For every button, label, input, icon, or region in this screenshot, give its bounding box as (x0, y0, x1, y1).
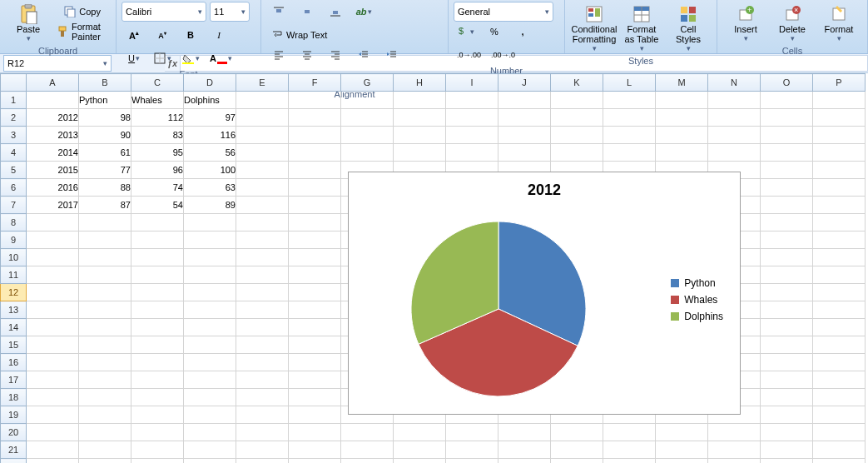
cell[interactable] (813, 179, 866, 197)
cell[interactable] (708, 92, 761, 109)
cell[interactable] (184, 284, 236, 301)
embedded-chart[interactable]: 2012 PythonWhalesDolphins (348, 172, 741, 415)
cell[interactable]: 54 (131, 197, 184, 214)
cell[interactable] (27, 459, 79, 464)
cell[interactable] (394, 92, 446, 109)
orientation-button[interactable]: ab▾ (351, 2, 376, 22)
delete-button[interactable]: ×Delete▾ (769, 2, 816, 45)
cell[interactable] (551, 109, 603, 127)
cell[interactable] (551, 92, 603, 109)
cell[interactable] (603, 92, 656, 109)
cell[interactable] (289, 424, 341, 441)
cell[interactable] (813, 127, 866, 144)
cell[interactable] (236, 301, 289, 319)
row-header[interactable]: 20 (1, 424, 27, 441)
cell[interactable] (79, 301, 131, 319)
cell[interactable] (498, 127, 551, 144)
cell[interactable]: 74 (131, 179, 184, 197)
cell[interactable] (184, 371, 236, 389)
cell[interactable] (184, 354, 236, 371)
copy-button[interactable]: Copy (53, 2, 111, 22)
align-middle-button[interactable] (295, 2, 320, 22)
cell[interactable] (761, 179, 813, 197)
cell[interactable] (236, 336, 289, 354)
cell[interactable] (131, 232, 184, 249)
cell[interactable] (289, 197, 341, 214)
format-painter-button[interactable]: Format Painter (53, 22, 111, 42)
cell[interactable] (656, 109, 708, 127)
underline-button[interactable]: U▾ (122, 48, 146, 68)
dec-font-button[interactable]: A▾ (150, 25, 175, 45)
cell[interactable] (761, 144, 813, 162)
cell[interactable] (79, 266, 131, 284)
cell[interactable] (656, 144, 708, 162)
cell[interactable] (236, 92, 289, 109)
cell[interactable] (289, 214, 341, 232)
cell[interactable] (184, 319, 236, 336)
format-button[interactable]: Format▾ (816, 2, 862, 45)
cell[interactable] (813, 214, 866, 232)
cell[interactable] (813, 389, 866, 406)
cell[interactable] (341, 459, 394, 464)
cell[interactable] (27, 319, 79, 336)
row-header[interactable]: 8 (1, 214, 27, 232)
align-bottom-button[interactable] (323, 2, 348, 22)
cell[interactable] (236, 266, 289, 284)
row-header[interactable]: 5 (1, 162, 27, 179)
cell[interactable] (236, 354, 289, 371)
cell[interactable] (79, 319, 131, 336)
cell[interactable] (708, 109, 761, 127)
row-header[interactable]: 7 (1, 197, 27, 214)
cell[interactable] (446, 92, 498, 109)
row-header[interactable]: 9 (1, 232, 27, 249)
cell[interactable] (27, 284, 79, 301)
cell[interactable] (551, 144, 603, 162)
cell[interactable] (27, 336, 79, 354)
wrap-text-button[interactable]: Wrap Text (266, 25, 331, 45)
col-header[interactable]: K (551, 74, 603, 92)
dec-indent-button[interactable] (351, 45, 376, 65)
cell[interactable] (813, 92, 866, 109)
cell[interactable] (813, 424, 866, 441)
row-header[interactable]: 21 (1, 441, 27, 459)
cell[interactable] (131, 354, 184, 371)
row-header[interactable]: 19 (1, 406, 27, 424)
cell[interactable] (131, 459, 184, 464)
row-header[interactable]: 17 (1, 371, 27, 389)
cell[interactable] (813, 232, 866, 249)
col-header[interactable]: A (27, 74, 79, 92)
cell[interactable] (761, 266, 813, 284)
cell[interactable] (498, 144, 551, 162)
row-header[interactable]: 4 (1, 144, 27, 162)
cell[interactable] (236, 319, 289, 336)
cell[interactable] (761, 319, 813, 336)
font-color-button[interactable]: A▾ (206, 48, 236, 68)
cell[interactable] (236, 371, 289, 389)
cell[interactable] (79, 336, 131, 354)
cell[interactable] (27, 214, 79, 232)
cell[interactable] (131, 336, 184, 354)
cell[interactable] (131, 301, 184, 319)
cell[interactable] (761, 459, 813, 464)
cell[interactable] (236, 389, 289, 406)
cell[interactable] (656, 441, 708, 459)
fill-color-button[interactable]: ▾ (178, 48, 203, 68)
cell[interactable] (498, 109, 551, 127)
cell[interactable] (761, 232, 813, 249)
row-header[interactable]: 10 (1, 249, 27, 266)
cell[interactable] (184, 249, 236, 266)
cell[interactable]: 95 (131, 144, 184, 162)
cell[interactable] (131, 214, 184, 232)
cell[interactable] (603, 144, 656, 162)
row-header[interactable]: 6 (1, 179, 27, 197)
cell[interactable] (236, 459, 289, 464)
cell[interactable] (27, 266, 79, 284)
cell[interactable] (446, 127, 498, 144)
cell[interactable] (813, 441, 866, 459)
col-header[interactable]: F (289, 74, 341, 92)
cell[interactable] (79, 406, 131, 424)
bold-button[interactable]: B (178, 25, 203, 45)
cell[interactable] (761, 301, 813, 319)
cell[interactable] (79, 249, 131, 266)
cell[interactable] (813, 249, 866, 266)
